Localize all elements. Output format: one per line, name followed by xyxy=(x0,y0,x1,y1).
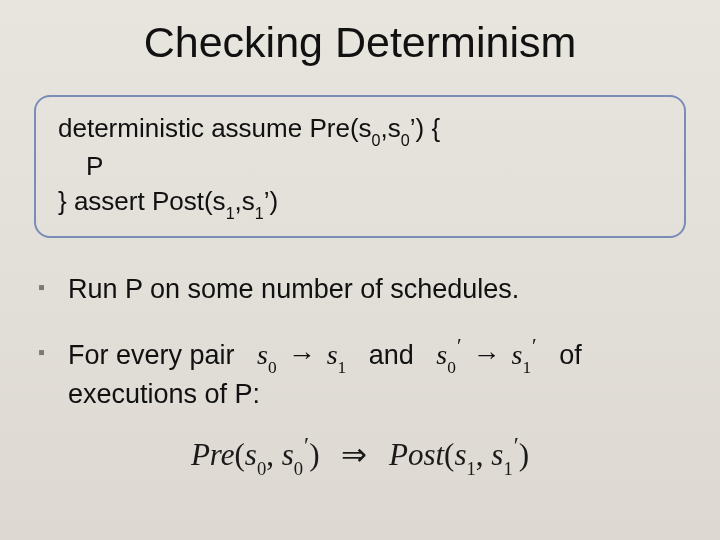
code-box: deterministic assume Pre(s0,s0’) { P } a… xyxy=(34,95,686,238)
arrow-icon: → xyxy=(284,339,320,370)
math-subscript: 1 xyxy=(503,458,512,479)
math-prime: ′ xyxy=(514,432,519,458)
bullet-list: Run P on some number of schedules. For e… xyxy=(30,272,690,412)
code-subscript: 1 xyxy=(255,204,264,222)
formula-row: Pre(s0, s0′) ⇒ Post(s1, s1′) xyxy=(30,436,690,477)
code-line-2: P xyxy=(58,149,662,184)
math-var: s xyxy=(491,437,503,472)
code-subscript: 0 xyxy=(401,131,410,149)
code-text: } assert Post(s xyxy=(58,186,226,216)
math-var: s xyxy=(282,437,294,472)
code-text: ’) { xyxy=(410,113,440,143)
code-line-1: deterministic assume Pre(s0,s0’) { xyxy=(58,111,662,149)
math-prime: ′ xyxy=(304,432,309,458)
bullet-text: of xyxy=(537,338,582,373)
code-text: ,s xyxy=(381,113,401,143)
math-subscript: 0 xyxy=(294,458,303,479)
code-text: ’) xyxy=(264,186,278,216)
math-subscript: 1 xyxy=(338,358,347,377)
math-prime: ′ xyxy=(532,334,537,358)
math-function-pre: Pre xyxy=(191,437,235,472)
slide: Checking Determinism deterministic assum… xyxy=(0,0,720,540)
math-subscript: 1 xyxy=(467,458,476,479)
code-subscript: 0 xyxy=(372,131,381,149)
math-function-post: Post xyxy=(389,437,444,472)
arrow-icon: → xyxy=(469,339,505,370)
math-subscript: 0 xyxy=(268,358,277,377)
math-var: s xyxy=(454,437,466,472)
math-var: s xyxy=(245,437,257,472)
code-subscript: 1 xyxy=(226,204,235,222)
math-subscript: 0 xyxy=(447,358,456,377)
math-var: s xyxy=(436,339,447,370)
code-text: ,s xyxy=(235,186,255,216)
math-subscript: 0 xyxy=(257,458,266,479)
implies-icon: ⇒ xyxy=(327,437,381,472)
bullet-item-2: For every pair s0 → s1 and s0′ → s1′ of … xyxy=(38,337,690,412)
bullet-text: For every pair xyxy=(68,338,257,373)
slide-title: Checking Determinism xyxy=(30,18,690,67)
code-text: deterministic assume Pre(s xyxy=(58,113,372,143)
bullet-2-line-2: executions of P: xyxy=(68,377,690,412)
formula: Pre(s0, s0′) ⇒ Post(s1, s1′) xyxy=(191,437,529,472)
math-var: s xyxy=(257,339,268,370)
bullet-2-line-1: For every pair s0 → s1 and s0′ → s1′ of xyxy=(68,337,690,377)
bullet-text: and xyxy=(346,338,436,373)
code-line-3: } assert Post(s1,s1’) xyxy=(58,184,662,222)
math-var: s xyxy=(327,339,338,370)
math-exec-2: s0′ → s1′ xyxy=(436,337,536,377)
math-subscript: 1 xyxy=(522,358,531,377)
math-var: s xyxy=(512,339,523,370)
math-exec-1: s0 → s1 xyxy=(257,337,346,377)
math-prime: ′ xyxy=(457,334,462,358)
bullet-item-1: Run P on some number of schedules. xyxy=(38,272,690,307)
